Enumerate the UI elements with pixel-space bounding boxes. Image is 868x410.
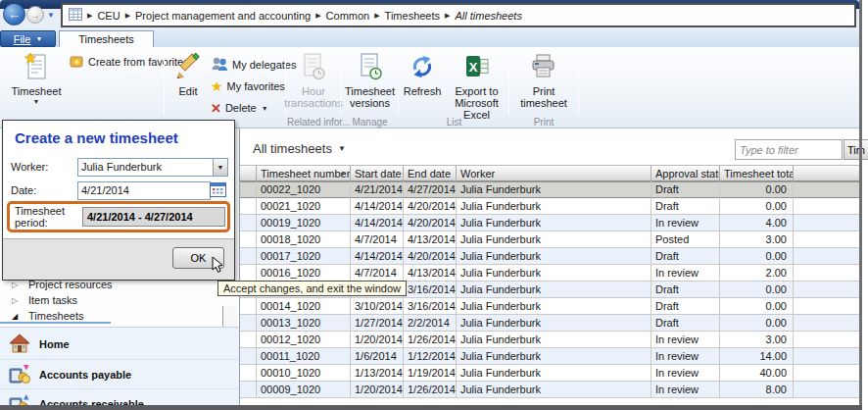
approval-status-cell: In review (651, 382, 720, 398)
row-selector-cell[interactable] (240, 181, 257, 198)
star-icon: ★ (211, 79, 223, 93)
row-selector-header[interactable] (240, 165, 257, 181)
print-timesheet-button[interactable]: Print timesheet (513, 47, 574, 109)
timesheet-period-field: 4/21/2014 - 4/27/2014 (82, 207, 225, 227)
table-row[interactable]: 00019_10204/14/20144/20/2014Julia Funder… (240, 215, 859, 231)
hour-transactions-button[interactable]: Hour transactions (287, 47, 340, 109)
calendar-picker-button[interactable] (210, 182, 226, 197)
breadcrumb-separator-icon: ▶ (315, 12, 320, 20)
start-date-cell: 4/21/2014 (351, 181, 404, 198)
back-button[interactable]: ← (3, 3, 25, 26)
row-selector-cell[interactable] (240, 315, 257, 332)
filler-cell (794, 282, 859, 298)
filter-field-button[interactable]: Tim (844, 139, 868, 160)
column-header-filler (794, 165, 859, 181)
row-selector-cell[interactable] (240, 332, 257, 348)
filler-cell (794, 332, 859, 348)
timesheet-versions-button[interactable]: Timesheet versions (342, 47, 398, 109)
table-row[interactable]: 00011_10201/6/20141/12/2014Julia Funderb… (240, 348, 859, 365)
table-row[interactable]: 00016_10204/7/20144/13/2014Julia Funderb… (240, 265, 859, 282)
breadcrumb-item[interactable]: All timesheets (455, 10, 521, 22)
timesheet-total-cell: 0.00 (720, 282, 794, 298)
file-menu-button[interactable]: File ▼ (0, 30, 56, 47)
end-date-cell: 4/13/2014 (404, 265, 457, 282)
timesheet-total-cell: 2.00 (720, 265, 794, 282)
table-row[interactable]: 00009_10201/20/20141/26/2014Julia Funder… (240, 382, 859, 398)
address-breadcrumb-bar[interactable]: ▶CEU▶Project management and accounting▶C… (61, 3, 856, 27)
row-selector-cell[interactable] (240, 231, 257, 248)
table-row[interactable]: 00013_10201/27/20142/2/2014Julia Funderb… (240, 315, 859, 332)
date-input[interactable]: 4/21/2014 (77, 181, 211, 200)
end-date-cell: 4/20/2014 (404, 215, 457, 231)
start-date-cell: 3/10/2014 (351, 298, 404, 315)
list-page-title[interactable]: All timesheets ▼ (253, 141, 346, 156)
table-row[interactable]: 00017_10204/14/20144/20/2014Julia Funder… (240, 248, 859, 265)
breadcrumb-item[interactable]: CEU (97, 10, 120, 22)
start-date-cell: 4/14/2014 (351, 198, 404, 215)
worker-combobox[interactable]: Julia Funderburk ▼ (77, 158, 228, 177)
approval-status-cell: Draft (651, 248, 720, 265)
row-selector-cell[interactable] (240, 348, 257, 365)
chevron-down-icon: ▼ (35, 35, 42, 42)
forward-button[interactable]: → (26, 6, 44, 24)
start-date-cell: 1/27/2014 (351, 315, 404, 332)
worker-cell: Julia Funderburk (457, 315, 651, 332)
row-selector-cell[interactable] (240, 265, 257, 282)
column-header-approval-status[interactable]: Approval status (651, 165, 720, 181)
table-row[interactable]: 00022_10204/21/20144/27/2014Julia Funder… (240, 181, 859, 198)
column-header-timesheet-number[interactable]: Timesheet number ▼ (257, 165, 351, 181)
column-header-timesheet-total[interactable]: Timesheet total (720, 165, 794, 181)
module-item-label: Accounts payable (39, 369, 131, 381)
filter-input[interactable] (735, 139, 843, 160)
row-selector-cell[interactable] (240, 365, 257, 382)
edit-button[interactable]: Edit (169, 47, 208, 97)
module-item-home[interactable]: Home (0, 330, 239, 359)
table-row[interactable]: 00010_10201/13/20141/19/2014Julia Funder… (240, 365, 859, 382)
nav-history-caret-icon[interactable]: ▼ (47, 11, 55, 20)
approval-status-cell: Draft (651, 315, 720, 332)
column-header-worker[interactable]: Worker (457, 165, 651, 181)
approval-status-cell: In review (651, 215, 720, 231)
table-row[interactable]: 00018_10204/7/20144/13/2014Julia Funderb… (240, 231, 859, 248)
my-favorites-button[interactable]: ★ My favorites (208, 77, 288, 96)
worker-dropdown-button[interactable]: ▼ (213, 159, 227, 176)
timesheet-number-cell: 00012_1020 (257, 332, 351, 348)
breadcrumb-item[interactable]: Timesheets (385, 10, 440, 22)
expanded-triangle-icon[interactable]: ◢ (12, 312, 21, 321)
timesheet-number-cell: 00009_1020 (257, 382, 351, 398)
module-item-accounts-payable[interactable]: Accounts payable (0, 359, 239, 388)
timesheet-button[interactable]: Timesheet ▼ (8, 47, 65, 105)
export-to-excel-button[interactable]: X Export to Microsoft Excel (446, 47, 507, 121)
tree-item-item-tasks[interactable]: ▷ Item tasks (0, 292, 220, 308)
column-header-start-date[interactable]: Start date (351, 165, 404, 181)
refresh-button[interactable]: Refresh (400, 47, 445, 97)
table-row[interactable]: 00014_10203/10/20143/16/2014Julia Funder… (240, 298, 859, 315)
breadcrumb-item[interactable]: Common (326, 10, 370, 22)
end-date-cell: 4/20/2014 (404, 198, 457, 215)
worker-cell: Julia Funderburk (457, 382, 651, 398)
tab-timesheets[interactable]: Timesheets (59, 30, 154, 47)
row-selector-cell[interactable] (240, 215, 257, 231)
date-value: 4/21/2014 (81, 184, 129, 196)
timesheet-total-cell: 0.00 (720, 198, 794, 215)
approval-status-cell: Posted (651, 231, 720, 248)
filler-cell (794, 231, 859, 248)
worker-cell: Julia Funderburk (457, 248, 651, 265)
table-row[interactable]: 00021_10204/14/20144/20/2014Julia Funder… (240, 198, 859, 215)
timesheet-period-value: 4/21/2014 - 4/27/2014 (87, 211, 193, 223)
breadcrumb-item[interactable]: Project management and accounting (135, 10, 311, 22)
table-row[interactable]: 00012_10201/20/20141/26/2014Julia Funder… (240, 332, 859, 348)
column-header-end-date[interactable]: End date (404, 165, 457, 181)
collapsed-triangle-icon[interactable]: ▷ (12, 281, 21, 289)
row-selector-cell[interactable] (240, 298, 257, 315)
ribbon-group-print: Print timesheet Print (510, 47, 577, 128)
collapsed-triangle-icon[interactable]: ▷ (12, 296, 21, 305)
row-selector-cell[interactable] (240, 198, 257, 215)
timesheet-total-cell: 0.00 (720, 315, 794, 332)
new-timesheet-icon (24, 51, 49, 82)
row-selector-cell[interactable] (240, 248, 257, 265)
delete-button[interactable]: ✕ Delete ▼ (208, 98, 271, 118)
row-selector-cell[interactable] (240, 382, 257, 398)
worker-cell: Julia Funderburk (457, 298, 651, 315)
edit-button-label: Edit (179, 85, 198, 97)
